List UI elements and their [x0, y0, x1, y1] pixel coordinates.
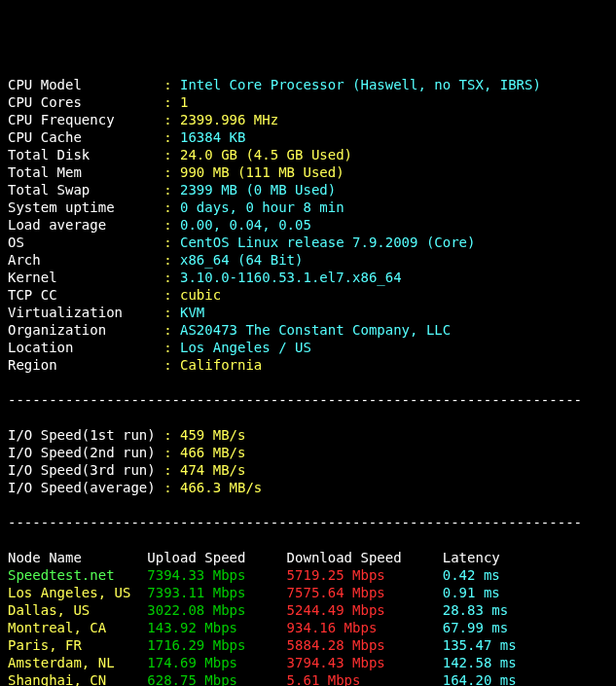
speed-upload: 7394.33 Mbps: [147, 567, 286, 583]
sysinfo-label: CPU Frequency: [8, 112, 163, 127]
speed-latency: 142.58 ms: [443, 655, 517, 670]
speed-row: Montreal, CA 143.92 Mbps 934.16 Mbps 67.…: [8, 619, 608, 636]
sysinfo-label: Virtualization: [8, 305, 163, 320]
sysinfo-label: TCP CC: [8, 287, 163, 303]
speed-latency: 0.42 ms: [443, 567, 500, 583]
speed-download: 5244.49 Mbps: [287, 602, 443, 618]
sysinfo-row: CPU Cache : 16384 KB: [8, 128, 608, 146]
io-label: I/O Speed(1st run): [8, 427, 163, 443]
colon-separator: :: [163, 462, 180, 478]
colon-separator: :: [163, 147, 180, 162]
speed-download: 7575.64 Mbps: [287, 585, 443, 600]
sysinfo-row: Total Disk : 24.0 GB (4.5 GB Used): [8, 146, 608, 163]
sysinfo-label: Total Swap: [8, 182, 163, 198]
speed-upload: 628.75 Mbps: [147, 672, 286, 686]
io-row: I/O Speed(average) : 466.3 MB/s: [8, 479, 608, 496]
sysinfo-row: Location : Los Angeles / US: [8, 339, 608, 356]
sysinfo-row: System uptime : 0 days, 0 hour 8 min: [8, 199, 608, 216]
speed-node: Shanghai, CN: [8, 672, 147, 686]
colon-separator: :: [163, 164, 180, 180]
sysinfo-row: Virtualization : KVM: [8, 304, 608, 321]
colon-separator: :: [163, 445, 180, 460]
sysinfo-row: TCP CC : cubic: [8, 286, 608, 304]
colon-separator: :: [163, 217, 180, 233]
speed-upload: 3022.08 Mbps: [147, 602, 286, 618]
speed-download: 5719.25 Mbps: [287, 567, 443, 583]
speed-row: Speedtest.net 7394.33 Mbps 5719.25 Mbps …: [8, 566, 608, 584]
io-row: I/O Speed(3rd run) : 474 MB/s: [8, 461, 608, 479]
speed-download: 3794.43 Mbps: [287, 655, 443, 670]
speed-node: Speedtest.net: [8, 567, 147, 583]
speed-latency: 0.91 ms: [443, 585, 500, 600]
sysinfo-row: CPU Model : Intel Core Processor (Haswel…: [8, 76, 608, 93]
sysinfo-label: CPU Cache: [8, 129, 163, 145]
io-speed-block: I/O Speed(1st run) : 459 MB/sI/O Speed(2…: [8, 426, 608, 496]
speed-download: 5884.28 Mbps: [287, 637, 443, 653]
colon-separator: :: [163, 357, 180, 373]
sysinfo-value: x86_64 (64 Bit): [180, 252, 303, 268]
sysinfo-value: Intel Core Processor (Haswell, no TSX, I…: [180, 77, 541, 92]
colon-separator: :: [163, 287, 180, 303]
sysinfo-value: 2399 MB (0 MB Used): [180, 182, 336, 198]
speed-upload: 1716.29 Mbps: [147, 637, 286, 653]
colon-separator: :: [163, 480, 180, 495]
sysinfo-row: Organization : AS20473 The Constant Comp…: [8, 321, 608, 339]
io-row: I/O Speed(2nd run) : 466 MB/s: [8, 444, 608, 461]
sysinfo-value: 0 days, 0 hour 8 min: [180, 199, 344, 215]
speed-header-lat: Latency: [443, 550, 500, 565]
colon-separator: :: [163, 427, 180, 443]
colon-separator: :: [163, 94, 180, 110]
colon-separator: :: [163, 252, 180, 268]
colon-separator: :: [163, 305, 180, 320]
sysinfo-value: California: [180, 357, 262, 373]
speed-download: 5.61 Mbps: [287, 672, 443, 686]
colon-separator: :: [163, 199, 180, 215]
sysinfo-label: Location: [8, 340, 163, 355]
sysinfo-label: Kernel: [8, 270, 163, 285]
sysinfo-row: CPU Cores : 1: [8, 93, 608, 111]
sysinfo-label: CPU Cores: [8, 94, 163, 110]
speed-upload: 174.69 Mbps: [147, 655, 286, 670]
colon-separator: :: [163, 270, 180, 285]
sysinfo-label: Total Disk: [8, 147, 163, 162]
speed-node: Amsterdam, NL: [8, 655, 147, 670]
sysinfo-row: Arch : x86_64 (64 Bit): [8, 251, 608, 269]
io-value: 474 MB/s: [180, 462, 245, 478]
sysinfo-value: CentOS Linux release 7.9.2009 (Core): [180, 235, 475, 250]
speed-upload: 143.92 Mbps: [147, 620, 286, 635]
speed-node: Montreal, CA: [8, 620, 147, 635]
speed-node: Dallas, US: [8, 602, 147, 618]
colon-separator: :: [163, 322, 180, 338]
speedtest-block: Node Name Upload Speed Download Speed La…: [8, 549, 608, 686]
sysinfo-label: Arch: [8, 252, 163, 268]
io-value: 466 MB/s: [180, 445, 245, 460]
speed-header-down: Download Speed: [287, 550, 443, 565]
sysinfo-value: Los Angeles / US: [180, 340, 311, 355]
speed-header-node: Node Name: [8, 550, 147, 565]
sysinfo-value: cubic: [180, 287, 221, 303]
speed-row: Amsterdam, NL 174.69 Mbps 3794.43 Mbps 1…: [8, 654, 608, 671]
io-value: 466.3 MB/s: [180, 480, 262, 495]
system-info-block: CPU Model : Intel Core Processor (Haswel…: [8, 76, 608, 374]
sysinfo-row: Region : California: [8, 356, 608, 374]
io-value: 459 MB/s: [180, 427, 245, 443]
sysinfo-row: OS : CentOS Linux release 7.9.2009 (Core…: [8, 234, 608, 251]
speed-row: Dallas, US 3022.08 Mbps 5244.49 Mbps 28.…: [8, 601, 608, 619]
divider: ----------------------------------------…: [8, 514, 608, 531]
sysinfo-label: Load average: [8, 217, 163, 233]
speed-header-up: Upload Speed: [147, 550, 286, 565]
sysinfo-value: 990 MB (111 MB Used): [180, 164, 344, 180]
sysinfo-value: 24.0 GB (4.5 GB Used): [180, 147, 352, 162]
sysinfo-label: System uptime: [8, 199, 163, 215]
sysinfo-label: OS: [8, 235, 163, 250]
colon-separator: :: [163, 340, 180, 355]
sysinfo-value: 0.00, 0.04, 0.05: [180, 217, 311, 233]
speed-latency: 28.83 ms: [443, 602, 508, 618]
colon-separator: :: [163, 235, 180, 250]
sysinfo-label: Region: [8, 357, 163, 373]
sysinfo-value: KVM: [180, 305, 204, 320]
sysinfo-label: CPU Model: [8, 77, 163, 92]
speed-node: Los Angeles, US: [8, 585, 147, 600]
speed-row: Shanghai, CN 628.75 Mbps 5.61 Mbps 164.2…: [8, 671, 608, 686]
speed-row: Paris, FR 1716.29 Mbps 5884.28 Mbps 135.…: [8, 636, 608, 654]
